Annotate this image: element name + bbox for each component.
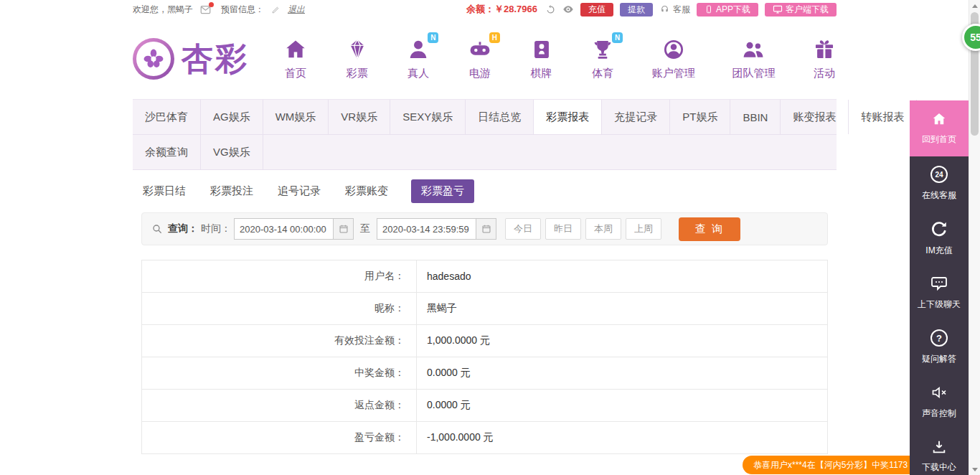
nav-label: 彩票	[347, 67, 368, 80]
tab-row-2: 余额查询 VG娱乐	[133, 135, 837, 170]
nav-label: 真人	[407, 67, 429, 80]
table-row: 昵称： 黑蝎子	[142, 293, 827, 325]
customer-service-link[interactable]: 客服	[659, 4, 690, 16]
last-week-button[interactable]: 上周	[626, 218, 661, 240]
subtab-caipiao-touzhu[interactable]: 彩票投注	[209, 179, 255, 203]
sidebar-item-online-service[interactable]: 24 在线客服	[910, 156, 969, 211]
row-value: 0.0000 元	[417, 357, 827, 389]
nav-item-home[interactable]: 首页	[283, 37, 308, 80]
row-label: 有效投注金额：	[142, 325, 417, 357]
subtab-zhuihao-jilu[interactable]: 追号记录	[276, 179, 322, 203]
row-value: 1,000.0000 元	[417, 325, 827, 357]
row-value: 0.0000 元	[417, 390, 827, 421]
tab-caipiao-baobiao[interactable]: 彩票报表	[534, 100, 602, 134]
mail-icon[interactable]	[200, 4, 211, 15]
search-submit-button[interactable]: 查 询	[679, 217, 740, 241]
nav-label: 团队管理	[732, 67, 775, 80]
yesterday-button[interactable]: 昨日	[545, 218, 581, 240]
table-row: 中奖金额： 0.0000 元	[142, 357, 827, 390]
home-icon	[283, 37, 308, 62]
row-label: 用户名：	[142, 260, 417, 292]
nav-label: 电游	[469, 67, 491, 80]
sidebar-item-download-center[interactable]: 下载中心	[910, 429, 969, 475]
tab-chongti-jilu[interactable]: 充提记录	[602, 100, 670, 134]
tab-pt[interactable]: PT娱乐	[670, 100, 730, 134]
chat-icon	[930, 275, 948, 292]
sidebar-item-label: 疑问解答	[922, 353, 956, 365]
withdraw-button[interactable]: 提款	[620, 3, 653, 17]
sidebar-item-im-recharge[interactable]: IM充值	[910, 211, 969, 265]
nav-item-sports[interactable]: N 体育	[590, 37, 615, 80]
sidebar-item-faq[interactable]: ? 疑问解答	[910, 320, 969, 375]
query-bar: 查询： 时间： 至 今日 昨日 本周 上周 查 询	[141, 212, 828, 245]
start-time-input[interactable]	[234, 218, 334, 240]
calendar-icon[interactable]	[476, 218, 496, 240]
nav-item-account[interactable]: 账户管理	[652, 37, 695, 80]
subtab-caipiao-zhangbian[interactable]: 彩票账变	[344, 179, 390, 203]
customer-service-label: 客服	[673, 4, 690, 16]
logout-link[interactable]: 退出	[288, 4, 305, 16]
activity-gift-icon	[812, 37, 837, 62]
nav-item-lottery[interactable]: 彩票	[345, 37, 369, 80]
sidebar-item-back-home[interactable]: 回到首页	[910, 100, 969, 156]
page-scrollbar[interactable]	[969, 0, 980, 475]
tab-rijie-zonglan[interactable]: 日结总览	[466, 100, 534, 134]
phone-icon	[705, 4, 713, 14]
tab-bbin[interactable]: BBIN	[730, 100, 781, 134]
table-row: 盈亏金额： -1,000.0000 元	[142, 422, 827, 454]
lottery-icon	[345, 37, 369, 62]
end-time-input[interactable]	[377, 218, 476, 240]
row-label: 盈亏金额：	[142, 422, 417, 453]
tab-ag[interactable]: AG娱乐	[201, 100, 263, 134]
tab-vg[interactable]: VG娱乐	[201, 135, 263, 169]
time-label: 时间：	[201, 222, 231, 235]
report-tabbar: 沙巴体育 AG娱乐 WM娱乐 VR娱乐 SEXY娱乐 日结总览 彩票报表 充提记…	[133, 99, 837, 170]
nav-item-team[interactable]: 团队管理	[732, 37, 775, 80]
recharge-button[interactable]: 充值	[580, 3, 613, 17]
to-separator: 至	[360, 222, 370, 235]
row-value: -1,000.0000 元	[417, 422, 827, 453]
today-button[interactable]: 今日	[505, 218, 541, 240]
sidebar-item-sound[interactable]: 声音控制	[910, 375, 969, 429]
row-value: hadesado	[417, 260, 827, 292]
tab-zhangbian-baobiao[interactable]: 账变报表	[781, 100, 849, 134]
nav-label: 棋牌	[531, 67, 552, 80]
welcome-text: 欢迎您，黑蝎子	[133, 4, 193, 16]
hide-balance-eye-icon[interactable]	[562, 4, 574, 15]
calendar-icon[interactable]	[334, 218, 354, 240]
nav-item-live[interactable]: N 真人	[406, 37, 430, 80]
edit-icon[interactable]	[271, 5, 281, 14]
main-nav: 首页 彩票 N 真人 H 电游 棋牌	[283, 37, 837, 80]
quick-sidebar: 回到首页 24 在线客服 IM充值 上下级聊天 ? 疑问解答 声音控制 下载中心	[910, 100, 969, 475]
sidebar-item-chat[interactable]: 上下级聊天	[910, 265, 969, 320]
sidebar-item-label: 在线客服	[922, 189, 956, 202]
scroll-down-arrow[interactable]	[969, 464, 980, 475]
client-download-button[interactable]: 客户端下载	[765, 3, 837, 17]
monitor-icon	[773, 4, 783, 14]
nav-item-egame[interactable]: H 电游	[468, 37, 492, 80]
app-download-button[interactable]: APP下载	[697, 3, 758, 17]
team-icon	[741, 37, 765, 62]
this-week-button[interactable]: 本周	[585, 218, 621, 240]
new-badge: N	[428, 32, 438, 43]
refresh-balance-icon[interactable]	[545, 4, 556, 15]
tab-zhuanzhang-baobiao[interactable]: 转账报表	[849, 100, 917, 134]
scroll-up-arrow[interactable]	[969, 0, 980, 11]
nav-item-activity[interactable]: 活动	[812, 37, 837, 80]
header: 杏彩 首页 彩票 N 真人 H 电游	[133, 19, 837, 99]
tab-shaba-tiyu[interactable]: 沙巴体育	[133, 100, 201, 134]
nav-label: 活动	[814, 67, 835, 80]
tab-sexy[interactable]: SEXY娱乐	[390, 100, 466, 134]
tab-wm[interactable]: WM娱乐	[263, 100, 329, 134]
subtab-caipiao-rijie[interactable]: 彩票日结	[141, 179, 187, 203]
sidebar-item-label: 声音控制	[922, 408, 956, 420]
winner-marquee[interactable]: 恭喜用户x***4在【河内5分彩】中奖1173	[743, 456, 910, 474]
nav-item-chess[interactable]: 棋牌	[529, 37, 554, 80]
chess-icon	[529, 37, 554, 62]
subtab-caipiao-yingkui[interactable]: 彩票盈亏	[411, 179, 474, 203]
tab-vr[interactable]: VR娱乐	[329, 100, 390, 134]
chat-count-badge[interactable]: 55	[962, 24, 980, 51]
site-logo[interactable]: 杏彩	[133, 38, 249, 80]
balance-label: 余额：	[466, 4, 494, 14]
tab-yue-chaxun[interactable]: 余额查询	[133, 135, 201, 169]
